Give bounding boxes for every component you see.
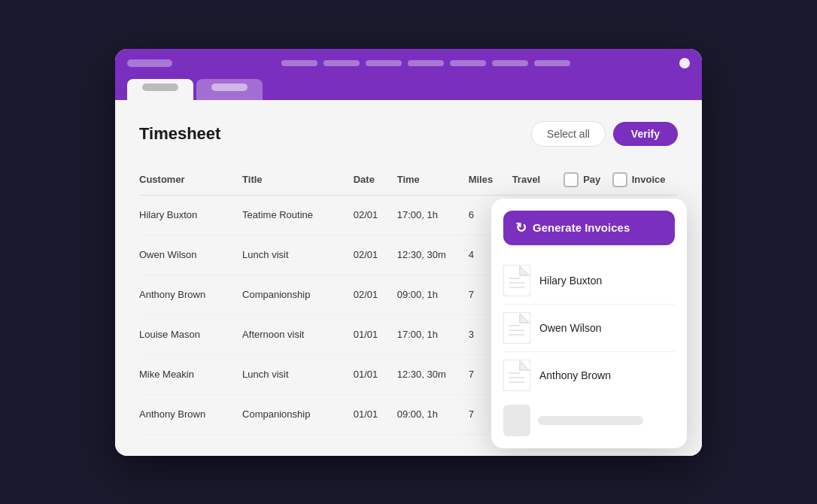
invoice-name-0: Hilary Buxton <box>539 275 602 287</box>
cell-title-1: Lunch visit <box>242 235 354 275</box>
cell-date-1: 02/01 <box>354 235 397 275</box>
cell-customer-5: Anthony Brown <box>139 394 242 434</box>
invoice-name-1: Owen Wilson <box>539 322 601 334</box>
header-time: Time <box>397 165 469 196</box>
nav-pill-3 <box>366 60 402 66</box>
header-invoice: Invoice <box>612 165 678 196</box>
cell-customer-3: Louise Mason <box>139 314 242 354</box>
placeholder-doc-icon <box>503 405 530 436</box>
cell-title-5: Companionship <box>242 394 354 434</box>
browser-nav-pills <box>178 60 673 66</box>
header-title: Title <box>242 165 354 196</box>
generate-panel: ↻ Generate Invoices Hilary Buxton <box>491 199 687 448</box>
cell-date-2: 02/01 <box>354 275 397 314</box>
nav-pill-5 <box>450 60 486 66</box>
browser-pill <box>127 59 172 67</box>
header-invoice-label: Invoice <box>632 174 666 185</box>
svg-rect-1 <box>503 312 530 344</box>
browser-chrome <box>115 49 702 100</box>
invoice-list-item-1: Owen Wilson <box>503 305 675 352</box>
generate-btn-label: Generate Invoices <box>533 221 630 234</box>
header-pay-label: Pay <box>583 174 600 185</box>
verify-button[interactable]: Verify <box>613 122 678 146</box>
cell-customer-2: Anthony Brown <box>139 275 242 314</box>
doc-icon-0 <box>503 265 530 296</box>
cell-title-2: Companionship <box>242 275 354 314</box>
cell-date-4: 01/01 <box>354 354 397 394</box>
cell-customer-0: Hilary Buxton <box>139 195 242 235</box>
nav-pill-6 <box>492 60 528 66</box>
cell-title-3: Afternoon visit <box>242 314 354 354</box>
invoice-list: Hilary Buxton Owen Wilson Anth <box>503 257 675 399</box>
svg-rect-2 <box>503 360 530 391</box>
browser-circle <box>679 58 690 68</box>
cell-date-5: 01/01 <box>354 394 397 434</box>
cell-time-5: 09:00, 1h <box>397 394 469 434</box>
cell-time-4: 12:30, 30m <box>397 354 469 394</box>
cell-time-1: 12:30, 30m <box>397 235 469 275</box>
main-content: Timesheet Select all Verify Customer Tit… <box>115 100 702 456</box>
cell-title-4: Lunch visit <box>242 354 354 394</box>
header-date: Date <box>354 165 397 196</box>
generate-invoices-button[interactable]: ↻ Generate Invoices <box>503 211 675 245</box>
cell-time-2: 09:00, 1h <box>397 275 469 314</box>
cell-date-0: 02/01 <box>354 195 397 235</box>
header-buttons: Select all Verify <box>531 121 678 147</box>
placeholder-name-bar <box>538 416 643 425</box>
page-title: Timesheet <box>139 124 220 144</box>
invoice-name-2: Anthony Brown <box>539 369 611 381</box>
invoice-list-item-0: Hilary Buxton <box>503 257 675 305</box>
cell-time-3: 17:00, 1h <box>397 314 469 354</box>
doc-icon-2 <box>503 360 530 391</box>
nav-pill-1 <box>281 60 317 66</box>
nav-pill-7 <box>534 60 570 66</box>
select-all-button[interactable]: Select all <box>531 121 606 147</box>
invoice-header-checkbox[interactable] <box>612 172 627 187</box>
header-customer: Customer <box>139 165 242 196</box>
cell-time-0: 17:00, 1h <box>397 195 469 235</box>
table-header: Customer Title Date Time Miles Travel Pa… <box>139 165 678 196</box>
cell-customer-4: Mike Meakin <box>139 354 242 394</box>
generate-icon: ↻ <box>515 220 527 236</box>
header-travel: Travel <box>512 165 564 196</box>
tab-pill-2 <box>211 83 248 91</box>
header-miles: Miles <box>469 165 512 196</box>
header-row: Customer Title Date Time Miles Travel Pa… <box>139 165 678 196</box>
pay-header-checkbox-container: Pay <box>563 172 603 187</box>
page-header: Timesheet Select all Verify <box>139 121 678 147</box>
nav-pill-4 <box>408 60 444 66</box>
pay-header-checkbox[interactable] <box>563 172 579 187</box>
bottom-placeholder <box>503 399 675 436</box>
invoice-list-item-2: Anthony Brown <box>503 352 675 399</box>
browser-tab-active[interactable] <box>127 79 193 100</box>
tab-pill-active <box>142 83 178 91</box>
svg-rect-0 <box>503 265 530 296</box>
invoice-header-checkbox-container: Invoice <box>612 172 669 187</box>
doc-icon-1 <box>503 312 530 344</box>
nav-pill-2 <box>323 60 360 66</box>
header-pay: Pay <box>563 165 612 196</box>
cell-title-0: Teatime Routine <box>242 195 354 235</box>
cell-customer-1: Owen Wilson <box>139 235 242 275</box>
browser-tab-2[interactable] <box>196 79 263 100</box>
browser-top-bar <box>127 58 690 68</box>
browser-window: Timesheet Select all Verify Customer Tit… <box>115 49 702 456</box>
cell-date-3: 01/01 <box>354 314 397 354</box>
browser-tabs <box>127 76 690 100</box>
